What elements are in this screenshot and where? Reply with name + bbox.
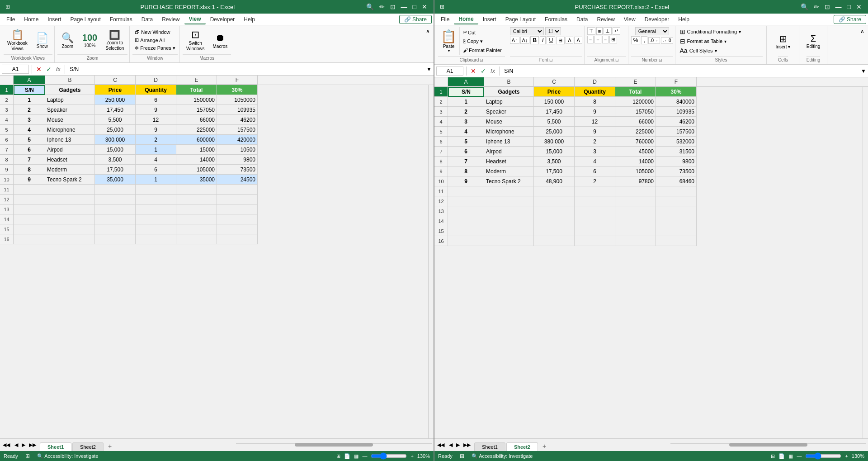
insert-cells-btn[interactable]: ⊞ Insert ▾ — [772, 32, 794, 51]
right-cell-F3[interactable]: 109935 — [656, 107, 697, 117]
cell-E12[interactable] — [176, 195, 217, 204]
right-cell-B5[interactable]: Microphone — [484, 127, 534, 137]
right-col-header-E[interactable]: E — [615, 77, 656, 86]
col-header-C[interactable]: C — [95, 76, 136, 85]
decrease-decimal-btn[interactable]: .←0 — [661, 37, 673, 44]
right-reject-icon[interactable]: ✕ — [469, 67, 477, 75]
cell-B7[interactable]: Airpod — [45, 145, 95, 155]
cell-C14[interactable] — [95, 214, 136, 224]
maximize-icon[interactable]: □ — [410, 2, 419, 11]
workbook-views-btn[interactable]: 📋 WorkbookViews — [4, 27, 31, 53]
right-cell-C1[interactable]: Price — [534, 87, 575, 97]
zoom-slider-right[interactable] — [805, 452, 841, 460]
cell-C1[interactable]: Price — [95, 85, 136, 95]
right-zoom-plus[interactable]: + — [845, 453, 848, 459]
right-cell-A15[interactable] — [448, 226, 484, 236]
cell-A3[interactable]: 2 — [14, 105, 45, 115]
cell-E15[interactable] — [176, 224, 217, 234]
right-search-icon[interactable]: 🔍 — [798, 2, 811, 11]
right-cell-F1[interactable]: 30% — [656, 87, 697, 97]
right-cell-F4[interactable]: 46200 — [656, 117, 697, 127]
cell-A14[interactable] — [14, 214, 45, 224]
cell-A11[interactable] — [14, 185, 45, 195]
cell-C8[interactable]: 3,500 — [95, 155, 136, 165]
menu-file[interactable]: File — [2, 15, 19, 24]
right-cell-C7[interactable]: 15,000 — [534, 147, 575, 157]
right-cell-F2[interactable]: 840000 — [656, 97, 697, 107]
format-painter-btn[interactable]: 🖌Format Painter — [462, 47, 503, 54]
cell-C7[interactable]: 15,000 — [95, 145, 136, 155]
right-accessibility[interactable]: 🔍 Accessibility: Investigate — [472, 453, 533, 459]
right-menu-file[interactable]: File — [436, 15, 454, 24]
cond-format-dropdown[interactable]: ▾ — [739, 29, 741, 34]
right-add-sheet-btn[interactable]: + — [539, 441, 550, 451]
right-cell-A9[interactable]: 8 — [448, 166, 484, 176]
cell-D16[interactable] — [136, 234, 176, 244]
right-cell-A13[interactable] — [448, 206, 484, 216]
right-cell-F15[interactable] — [656, 226, 697, 236]
arrange-all-btn[interactable]: ⊞ Arrange All — [132, 36, 178, 44]
right-cell-C15[interactable] — [534, 226, 575, 236]
right-col-header-F[interactable]: F — [656, 77, 697, 86]
cell-D5[interactable]: 9 — [136, 125, 176, 135]
pen-icon[interactable]: ✏ — [377, 2, 387, 11]
menu-formulas[interactable]: Formulas — [105, 15, 137, 24]
cell-F16[interactable] — [217, 234, 258, 244]
right-col-header-D[interactable]: D — [575, 77, 615, 86]
align-left-btn[interactable]: ≡ — [587, 36, 594, 43]
cell-F7[interactable]: 10500 — [217, 145, 258, 155]
minimize-icon[interactable]: — — [398, 2, 410, 11]
cell-E3[interactable]: 157050 — [176, 105, 217, 115]
right-cell-F12[interactable] — [656, 196, 697, 206]
close-icon[interactable]: ✕ — [419, 2, 430, 11]
cell-D4[interactable]: 12 — [136, 115, 176, 125]
right-cell-B9[interactable]: Moderm — [484, 166, 534, 176]
font-name-select[interactable]: Calibri — [510, 27, 544, 35]
right-cell-D7[interactable]: 3 — [575, 147, 615, 157]
cell-E4[interactable]: 66000 — [176, 115, 217, 125]
right-cell-E11[interactable] — [615, 186, 656, 196]
cell-D2[interactable]: 6 — [136, 95, 176, 105]
next-sheet-btn2[interactable]: ▶▶ — [27, 441, 38, 449]
right-prev-sheet-btn[interactable]: ◀◀ — [434, 441, 447, 449]
right-cell-B3[interactable]: Speaker — [484, 107, 534, 117]
right-cell-A5[interactable]: 4 — [448, 127, 484, 137]
right-cell-E15[interactable] — [615, 226, 656, 236]
right-cell-F13[interactable] — [656, 206, 697, 216]
menu-view[interactable]: View — [184, 14, 206, 24]
cell-F8[interactable]: 9800 — [217, 155, 258, 165]
right-grid-view-icon[interactable]: ⊞ — [771, 453, 775, 459]
cell-F3[interactable]: 109935 — [217, 105, 258, 115]
font-color-btn[interactable]: A — [574, 37, 582, 44]
right-menu-page-layout[interactable]: Page Layout — [501, 15, 540, 24]
right-cell-A14[interactable] — [448, 216, 484, 226]
cell-B2[interactable]: Laptop — [45, 95, 95, 105]
alignment-expand-icon[interactable]: ⊡ — [615, 58, 619, 62]
col-header-B[interactable]: B — [45, 76, 95, 85]
right-col-header-A[interactable]: A — [448, 77, 484, 86]
cell-E13[interactable] — [176, 204, 217, 214]
menu-data[interactable]: Data — [137, 15, 157, 24]
comma-style-btn[interactable]: , — [641, 36, 647, 44]
right-menu-review[interactable]: Review — [592, 15, 619, 24]
right-cell-C16[interactable] — [534, 236, 575, 246]
right-menu-formulas[interactable]: Formulas — [540, 15, 572, 24]
conditional-formatting-btn[interactable]: ⊞ Conditional Formatting ▾ — [680, 27, 763, 36]
number-format-select[interactable]: General — [635, 27, 669, 35]
right-cell-E2[interactable]: 1200000 — [615, 97, 656, 107]
h-scroll-thumb-right[interactable] — [729, 443, 807, 447]
cell-B8[interactable]: Headset — [45, 155, 95, 165]
cell-D12[interactable] — [136, 195, 176, 204]
right-cell-E3[interactable]: 157050 — [615, 107, 656, 117]
cell-styles-btn[interactable]: Aa Cell Styles ▾ — [680, 46, 763, 55]
cell-C10[interactable]: 35,000 — [95, 175, 136, 185]
cell-C16[interactable] — [95, 234, 136, 244]
h-scroll-thumb-left[interactable] — [295, 443, 373, 447]
percent-btn[interactable]: % — [631, 36, 641, 44]
cell-F10[interactable]: 24500 — [217, 175, 258, 185]
search-icon[interactable]: 🔍 — [363, 2, 377, 11]
cell-D15[interactable] — [136, 224, 176, 234]
right-cell-C10[interactable]: 48,900 — [534, 176, 575, 186]
right-cell-D9[interactable]: 6 — [575, 166, 615, 176]
right-cell-C14[interactable] — [534, 216, 575, 226]
